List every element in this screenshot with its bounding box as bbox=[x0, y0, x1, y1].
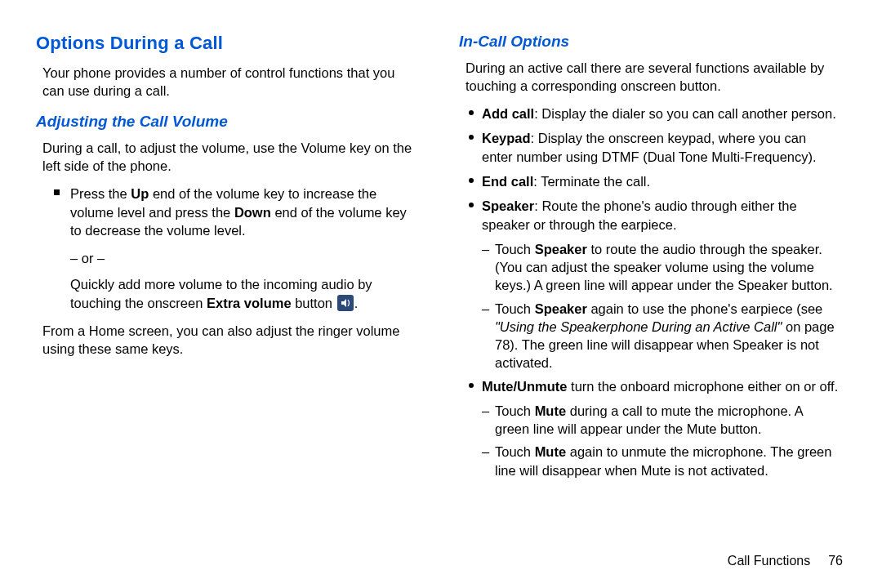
text: Touch bbox=[495, 444, 535, 459]
manual-page: Options During a Call Your phone provide… bbox=[0, 0, 882, 588]
down-label: Down bbox=[234, 205, 271, 220]
text: turn the onboard microphone either on or… bbox=[568, 379, 839, 394]
text: Touch bbox=[495, 242, 535, 256]
left-column: Options During a Call Your phone provide… bbox=[29, 29, 441, 573]
section-name: Call Functions bbox=[728, 554, 810, 568]
page-number: 76 bbox=[828, 554, 843, 568]
intro-text: Your phone provides a number of control … bbox=[42, 64, 416, 100]
extra-volume-label: Extra volume bbox=[207, 296, 292, 310]
right-column: In-Call Options During an active call th… bbox=[441, 29, 853, 573]
keypad-label: Keypad bbox=[482, 131, 531, 145]
text: : Display the dialer so you can call ano… bbox=[534, 106, 836, 121]
heading-in-call-options: In-Call Options bbox=[459, 31, 846, 52]
heading-adjusting-volume: Adjusting the Call Volume bbox=[36, 111, 423, 132]
incall-intro: During an active call there are several … bbox=[466, 59, 840, 96]
end-call-label: End call bbox=[482, 174, 533, 189]
up-label: Up bbox=[131, 186, 149, 201]
text: again to use the phone's earpiece (see bbox=[587, 301, 822, 316]
bullet-keypad: Keypad: Display the onscreen keypad, whe… bbox=[482, 129, 840, 166]
extra-volume-icon bbox=[337, 295, 354, 311]
sub-mute-off: Touch Mute again to unmute the microphon… bbox=[495, 443, 840, 479]
bullet-speaker: Speaker: Route the phone's audio through… bbox=[482, 197, 840, 234]
speaker-label: Speaker bbox=[535, 301, 587, 316]
sub-speaker-off: Touch Speaker again to use the phone's e… bbox=[495, 300, 840, 372]
text: : Terminate the call. bbox=[533, 174, 650, 189]
volume-key-bullet: Press the Up end of the volume key to in… bbox=[70, 185, 416, 239]
text: . bbox=[354, 296, 359, 310]
sub-speaker-on: Touch Speaker to route the audio through… bbox=[495, 240, 840, 295]
sub-mute-on: Touch Mute during a call to mute the mic… bbox=[495, 402, 840, 439]
extra-volume-instruction: Quickly add more volume to the incoming … bbox=[70, 275, 416, 312]
mute-label: Mute bbox=[535, 403, 567, 418]
volume-instruction: During a call, to adjust the volume, use… bbox=[42, 139, 416, 176]
text: Touch bbox=[495, 403, 535, 418]
text: Press the bbox=[70, 186, 131, 201]
home-screen-note: From a Home screen, you can also adjust … bbox=[42, 322, 416, 359]
speaker-label: Speaker bbox=[535, 242, 587, 256]
speaker-label: Speaker bbox=[482, 198, 534, 213]
mute-label: Mute bbox=[535, 444, 567, 459]
text: Touch bbox=[495, 301, 535, 316]
bullet-add-call: Add call: Display the dialer so you can … bbox=[482, 105, 840, 122]
or-separator: – or – bbox=[70, 249, 416, 267]
text: : Display the onscreen keypad, where you… bbox=[482, 131, 817, 163]
add-call-label: Add call bbox=[482, 106, 534, 121]
cross-reference: "Using the Speakerphone During an Active… bbox=[495, 319, 782, 334]
heading-options-during-call: Options During a Call bbox=[36, 31, 423, 56]
page-footer: Call Functions76 bbox=[728, 552, 843, 570]
bullet-mute: Mute/Unmute turn the onboard microphone … bbox=[482, 377, 840, 395]
bullet-end-call: End call: Terminate the call. bbox=[482, 172, 840, 190]
text: button bbox=[292, 296, 336, 310]
mute-label: Mute/Unmute bbox=[482, 379, 568, 394]
